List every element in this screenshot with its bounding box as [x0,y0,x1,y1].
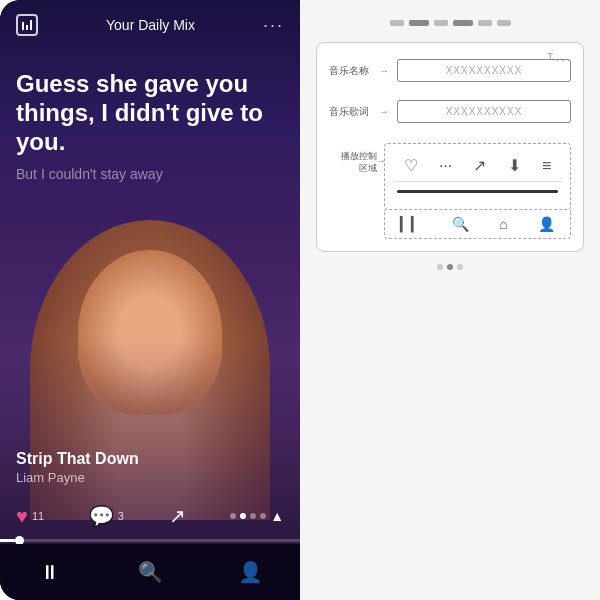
bottom-navigation: ⏸ 🔍 👤 [0,544,300,600]
b-dot-2 [447,264,453,270]
music-name-input[interactable]: XXXXXXXXXX [397,59,571,82]
control-icons-row: ♡ ··· ↗ ⬇ ≡ [393,152,562,182]
like-ctrl-icon[interactable]: ♡ [404,156,418,175]
page-dot-3 [434,20,448,26]
search-nav-icon: 🔍 [138,560,163,584]
share-ctrl-icon[interactable]: ↗ [473,156,486,175]
playlist-ctrl-icon[interactable]: ≡ [542,157,551,175]
b-dot-1 [437,264,443,270]
page-dot-1 [390,20,404,26]
pause-icon: ⏸ [40,561,60,584]
more-ctrl-icon[interactable]: ··· [439,157,452,175]
dot-2 [240,513,246,519]
music-lyrics-label: 音乐歌词 [329,105,371,118]
arrow-1: → [379,65,389,76]
song-info: Strip That Down Liam Payne [16,450,139,485]
page-dot-6 [497,20,511,26]
play-pause-button[interactable]: ⏸ [30,552,70,592]
comment-button[interactable]: 💬 3 [89,504,124,528]
spec-frame: ··· T 音乐名称 → XXXXXXXXXX 音乐歌词 → XXXXXXXXX… [316,42,584,252]
song-artist: Liam Payne [16,470,139,485]
playback-control-area: ♡ ··· ↗ ⬇ ≡ [384,143,571,210]
lyrics-section: Guess she gave you things, I didn't give… [16,70,284,182]
spec-frame-dots: ··· [555,51,573,67]
page-dot-2 [409,20,429,26]
music-app-icon [16,14,38,36]
like-button[interactable]: ♥ 11 [16,505,44,528]
music-name-label: 音乐名称 [329,64,371,77]
page-indicator: ▲ [230,508,284,524]
lyrics-main-text: Guess she gave you things, I didn't give… [16,70,284,156]
page-dot-4 [453,20,473,26]
wireframe-panel: ··· T 音乐名称 → XXXXXXXXXX 音乐歌词 → XXXXXXXXX… [300,0,600,600]
music-player-panel: Your Daily Mix ··· Guess she gave you th… [0,0,300,600]
progress-fill [0,539,15,542]
download-ctrl-icon[interactable]: ⬇ [508,156,521,175]
spec-home-icon[interactable]: ⌂ [499,216,507,232]
action-bar: ♥ 11 💬 3 ↗ ▲ [16,504,284,528]
search-nav-button[interactable]: 🔍 [130,552,170,592]
control-area-label: 播放控制区域 [332,151,377,174]
spec-progress-bar[interactable] [397,190,558,193]
page-dots-bottom [316,264,584,270]
profile-icon: 👤 [238,560,263,584]
spec-bottom-nav: ▎▎ 🔍 ⌂ 👤 [384,210,571,239]
dot-3 [250,513,256,519]
page-dot-5 [478,20,492,26]
bars-icon [22,20,32,30]
profile-nav-button[interactable]: 👤 [230,552,270,592]
b-dot-3 [457,264,463,270]
header-title: Your Daily Mix [106,17,195,33]
page-dots-top [316,20,584,26]
expand-icon[interactable]: ▲ [270,508,284,524]
comment-icon: 💬 [89,504,114,528]
wireframe-container: ··· T 音乐名称 → XXXXXXXXXX 音乐歌词 → XXXXXXXXX… [300,0,600,290]
music-name-row: 音乐名称 → XXXXXXXXXX [329,59,571,82]
comment-count: 3 [118,510,124,522]
lyrics-sub-text: But I couldn't stay away [16,166,284,182]
dot-1 [230,513,236,519]
heart-icon: ♥ [16,505,28,528]
spec-frame-label: T [548,51,554,61]
app-header: Your Daily Mix ··· [0,0,300,50]
arrow-2: → [379,106,389,117]
spec-search-icon[interactable]: 🔍 [452,216,469,232]
dot-4 [260,513,266,519]
header-menu-dots[interactable]: ··· [263,15,284,36]
music-lyrics-input[interactable]: XXXXXXXXXX [397,100,571,123]
share-button[interactable]: ↗ [169,504,186,528]
spec-play-icon[interactable]: ▎▎ [400,216,422,232]
like-count: 11 [32,510,44,522]
spec-user-icon[interactable]: 👤 [538,216,555,232]
song-title: Strip That Down [16,450,139,468]
music-lyrics-row: 音乐歌词 → XXXXXXXXXX [329,100,571,123]
share-icon: ↗ [169,504,186,528]
header-left [16,14,38,36]
progress-bar-container[interactable] [0,539,300,542]
